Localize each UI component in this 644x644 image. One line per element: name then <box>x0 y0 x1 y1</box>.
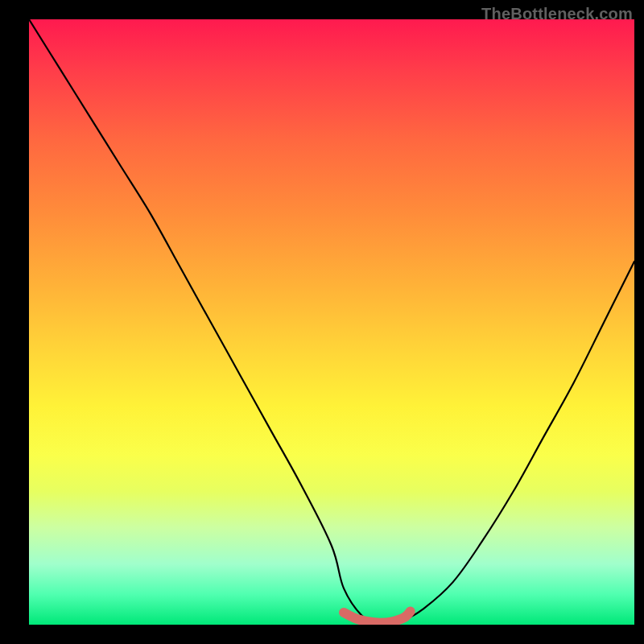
chart-frame: TheBottleneck.com <box>0 0 644 644</box>
chart-svg <box>29 19 634 625</box>
plot-area <box>29 19 634 625</box>
bottleneck-curve <box>29 19 634 625</box>
watermark: TheBottleneck.com <box>481 5 633 23</box>
trough-marker <box>344 611 411 622</box>
